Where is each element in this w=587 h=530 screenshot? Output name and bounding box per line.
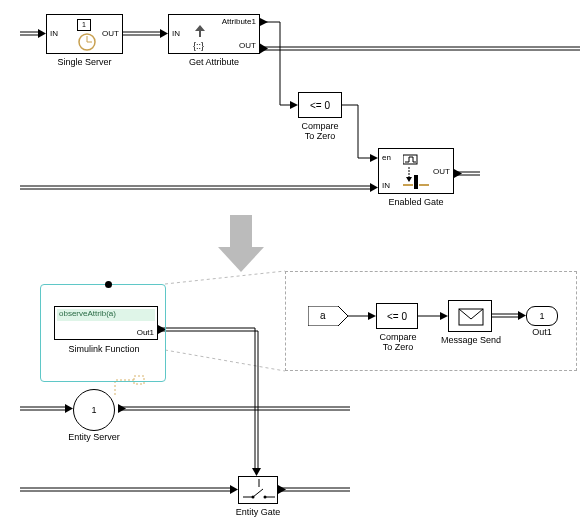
svg-rect-49 — [403, 155, 417, 164]
argin-block[interactable]: a — [308, 306, 348, 326]
svg-point-60 — [264, 496, 267, 499]
scope-dot-icon — [105, 281, 112, 288]
detail-compare-block[interactable]: <= 0 — [376, 303, 418, 329]
simulink-function-block[interactable]: observeAttrib(a) Out1 — [54, 306, 158, 340]
svg-marker-8 — [260, 44, 268, 54]
svg-point-59 — [252, 496, 255, 499]
entity-server-label: Entity Server — [58, 432, 130, 442]
entity-server-block[interactable]: 1 — [73, 389, 115, 431]
get-attribute-block[interactable]: Attribute1 IN OUT {::} — [168, 14, 260, 54]
simfn-label: Simulink Function — [44, 344, 164, 354]
svg-marker-17 — [370, 154, 378, 162]
port-out: OUT — [239, 41, 256, 50]
server-capacity: 1 — [77, 19, 91, 31]
outport-num: 1 — [539, 311, 544, 321]
compare-zero-block[interactable]: <= 0 — [298, 92, 342, 118]
gate-icon — [403, 153, 447, 191]
gate-switch-icon — [239, 477, 279, 505]
svg-line-58 — [253, 489, 263, 497]
enabled-gate-block[interactable]: en IN OUT — [378, 148, 454, 194]
svg-marker-33 — [278, 485, 286, 494]
detail-compare-op: <= 0 — [387, 311, 407, 322]
svg-line-21 — [165, 350, 285, 371]
outport-block[interactable]: 1 — [526, 306, 558, 326]
clock-icon — [75, 31, 99, 53]
svg-marker-5 — [160, 29, 168, 38]
svg-marker-34 — [252, 468, 261, 476]
port-in: IN — [172, 29, 180, 38]
detail-compare-label: Compare To Zero — [370, 332, 426, 352]
envelope-icon — [449, 301, 493, 333]
attribute-icon: {::} — [191, 25, 209, 51]
port-en: en — [382, 153, 391, 162]
diagram-canvas: IN OUT 1 Single Server Attribute1 IN OUT… — [10, 10, 587, 530]
port-out: OUT — [102, 29, 119, 38]
svg-marker-11 — [370, 183, 378, 192]
svg-marker-14 — [454, 169, 462, 178]
svg-line-20 — [165, 271, 285, 284]
single-server-label: Single Server — [46, 57, 123, 67]
single-server-block[interactable]: IN OUT 1 — [46, 14, 123, 54]
message-send-block[interactable] — [448, 300, 492, 332]
svg-text:{::}: {::} — [193, 41, 204, 51]
svg-marker-62 — [308, 306, 348, 326]
svg-marker-19 — [218, 247, 264, 272]
server-num: 1 — [91, 405, 96, 415]
argin-name: a — [320, 310, 326, 321]
svg-marker-47 — [195, 25, 205, 37]
port-in: IN — [50, 29, 58, 38]
svg-rect-18 — [230, 215, 252, 247]
get-attribute-label: Get Attribute — [168, 57, 260, 67]
port-out1: Out1 — [137, 328, 154, 337]
svg-marker-16 — [260, 18, 268, 26]
svg-marker-27 — [118, 404, 126, 413]
compare-op: <= 0 — [310, 100, 330, 111]
svg-marker-15 — [290, 101, 298, 109]
enabled-gate-label: Enabled Gate — [378, 197, 454, 207]
svg-marker-24 — [65, 404, 73, 413]
svg-marker-51 — [406, 177, 412, 182]
message-send-label: Message Send — [438, 335, 504, 345]
compare-zero-label: Compare To Zero — [292, 121, 348, 141]
svg-marker-30 — [230, 485, 238, 494]
port-in: IN — [382, 181, 390, 190]
outport-label: Out1 — [522, 327, 562, 337]
entity-gate-label: Entity Gate — [228, 507, 288, 517]
simfn-signature: observeAttrib(a) — [57, 309, 155, 321]
entity-gate-block[interactable] — [238, 476, 278, 504]
attr-port: Attribute1 — [222, 17, 256, 26]
svg-marker-2 — [38, 29, 46, 38]
